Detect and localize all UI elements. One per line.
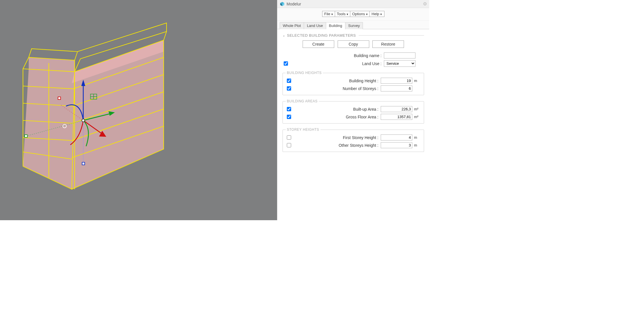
label-gross-floor: Gross Floor Area : (294, 115, 381, 119)
create-button[interactable]: Create (303, 40, 334, 48)
row-land-use: Land Use : Service (283, 60, 424, 67)
input-first-storey[interactable] (381, 134, 412, 140)
input-storeys[interactable] (381, 85, 412, 91)
label-first-storey: First Storey Height : (294, 135, 381, 140)
select-land-use[interactable]: Service (384, 60, 415, 67)
tab-land-use[interactable]: Land Use (304, 22, 326, 29)
menu-help[interactable]: Help▼ (370, 11, 384, 17)
svg-rect-30 (58, 97, 61, 99)
label-land-use: Land Use : (291, 61, 384, 66)
panel-body: ⌄ Selected Building Parameters Create Co… (277, 29, 429, 220)
chevron-down-icon: ▼ (346, 13, 349, 16)
copy-button[interactable]: Copy (338, 40, 369, 48)
collapse-icon: ⌄ (283, 34, 285, 37)
divider (359, 35, 424, 36)
row-first-storey: First Storey Height : m (286, 134, 421, 140)
row-other-storeys: Other Storeys Height : m (286, 142, 421, 148)
unit-built-up: m² (412, 107, 421, 111)
group-storey-heights: Storey Heights First Storey Height : m O… (283, 128, 424, 152)
label-building-height: Building Height : (294, 79, 381, 83)
input-building-height[interactable] (381, 78, 412, 84)
label-built-up: Built-up Area : (294, 107, 381, 112)
checkbox-first-storey[interactable] (287, 135, 291, 140)
unit-other-storeys: m (412, 143, 421, 147)
panel-header: Modelur ⚙ (277, 0, 429, 8)
app-logo-icon (280, 1, 285, 7)
label-building-name: Building name : (291, 53, 384, 58)
legend-storey-heights: Storey Heights (286, 128, 320, 132)
section-header[interactable]: ⌄ Selected Building Parameters (283, 33, 424, 38)
legend-building-areas: Building Areas (286, 99, 319, 103)
building-3d-render (0, 0, 277, 220)
menu-tools[interactable]: Tools▼ (335, 11, 351, 17)
checkbox-land-use[interactable] (284, 61, 288, 66)
input-other-storeys[interactable] (381, 142, 412, 148)
checkbox-other-storeys[interactable] (287, 143, 291, 147)
checkbox-built-up[interactable] (287, 107, 291, 111)
menu-options[interactable]: Options▼ (350, 11, 370, 17)
row-building-height: Building Height : m (286, 78, 421, 84)
tab-survey[interactable]: Survey (345, 22, 363, 29)
svg-rect-32 (82, 162, 85, 165)
unit-first-storey: m (412, 135, 421, 140)
tab-bar: Whole Plot Land Use Building Survey (277, 22, 429, 29)
section-title: Selected Building Parameters (287, 33, 356, 38)
viewport-3d[interactable] (0, 0, 277, 220)
chevron-down-icon: ▼ (365, 13, 368, 16)
menu-help-label: Help (372, 12, 379, 16)
app-title: Modelur (287, 2, 301, 6)
svg-point-28 (82, 119, 85, 122)
menu-options-label: Options (352, 12, 365, 16)
tab-whole-plot[interactable]: Whole Plot (280, 22, 304, 29)
menu-file-label: File (324, 12, 330, 16)
checkbox-gross-floor[interactable] (287, 115, 291, 119)
svg-rect-31 (25, 135, 27, 137)
restore-button[interactable]: Restore (372, 40, 404, 48)
unit-building-height: m (412, 79, 421, 83)
tab-building[interactable]: Building (326, 22, 345, 29)
svg-marker-1 (72, 40, 164, 189)
checkbox-storeys[interactable] (287, 86, 291, 91)
legend-building-heights: Building Heights (286, 71, 323, 75)
chevron-down-icon: ▼ (331, 13, 333, 16)
gear-icon[interactable]: ⚙ (423, 1, 427, 7)
chevron-down-icon: ▼ (380, 13, 382, 16)
svg-line-18 (75, 52, 78, 60)
row-built-up: Built-up Area : m² (286, 106, 421, 112)
input-gross-floor[interactable] (381, 114, 412, 120)
label-storeys: Number of Storeys : (294, 86, 381, 91)
menu-file[interactable]: File▼ (322, 11, 335, 17)
side-panel: Modelur ⚙ File▼Tools▼Options▼Help▼ Whole… (277, 0, 429, 220)
input-built-up[interactable] (381, 106, 412, 112)
row-gross-floor: Gross Floor Area : m² (286, 114, 421, 120)
input-building-name[interactable] (384, 52, 415, 58)
menu-tools-label: Tools (337, 12, 345, 16)
label-other-storeys: Other Storeys Height : (294, 143, 381, 148)
menu-bar: File▼Tools▼Options▼Help▼ (277, 8, 429, 21)
row-storeys: Number of Storeys : (286, 85, 421, 91)
action-buttons: Create Copy Restore (283, 40, 424, 48)
unit-gross-floor: m² (412, 115, 421, 119)
row-building-name: Building name : (283, 52, 424, 58)
group-building-areas: Building Areas Built-up Area : m² Gross … (283, 99, 424, 124)
group-building-heights: Building Heights Building Height : m Num… (283, 71, 424, 95)
checkbox-building-height[interactable] (287, 79, 291, 83)
